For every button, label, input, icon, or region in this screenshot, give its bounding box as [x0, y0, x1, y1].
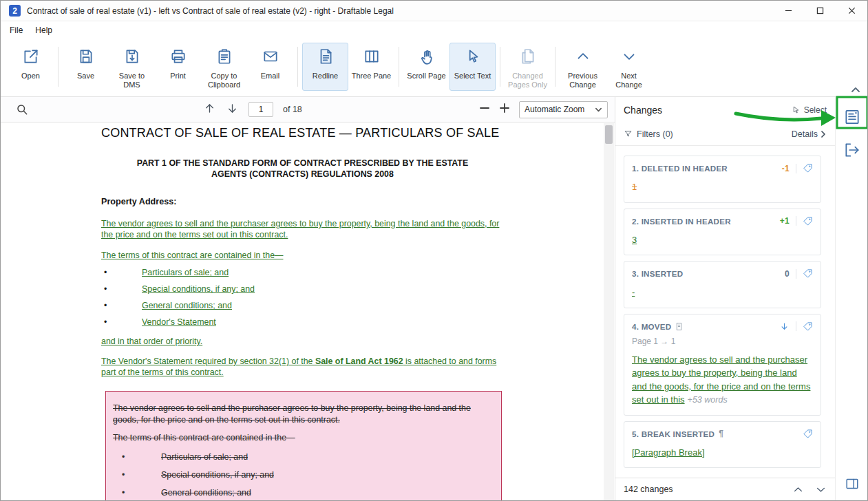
save-button[interactable]: Save: [63, 43, 109, 91]
change-card-break-inserted[interactable]: 5. BREAK INSERTED ¶ [Paragraph Break]: [624, 421, 821, 469]
menu-bar: File Help: [1, 21, 867, 39]
search-button[interactable]: [13, 100, 31, 118]
cursor-pointer-icon: [464, 47, 482, 68]
menu-file[interactable]: File: [3, 23, 29, 38]
change-card-deleted-in-header[interactable]: 1. DELETED IN HEADER -1 1: [624, 156, 821, 203]
save-to-dms-button[interactable]: Save to DMS: [109, 43, 155, 93]
scroll-page-label: Scroll Page: [407, 72, 445, 81]
deleted-text-preview: 1: [632, 182, 637, 192]
list-item: General conditions; and: [101, 301, 504, 310]
previous-page-button[interactable]: [203, 102, 216, 118]
open-button[interactable]: Open: [8, 43, 54, 91]
chevron-up-icon: [792, 484, 804, 495]
side-panel-icon: [845, 476, 860, 491]
tag-button[interactable]: [803, 216, 813, 226]
document-scrollbar[interactable]: [604, 123, 614, 500]
close-button[interactable]: [836, 1, 867, 21]
toolbar-divider: [399, 47, 399, 87]
zoom-in-button[interactable]: [499, 103, 510, 116]
minus-icon: [479, 103, 490, 114]
document-subtitle: PART 1 OF THE STANDARD FORM OF CONTRACT …: [101, 158, 504, 180]
page-navigation: of 18: [203, 102, 302, 118]
scrollbar-thumb[interactable]: [605, 125, 613, 144]
redline-icon: [317, 47, 335, 68]
three-pane-label: Three Pane: [352, 72, 391, 81]
tag-icon: [803, 429, 813, 439]
change-count-badge: -1: [782, 164, 790, 173]
redline-button[interactable]: Redline: [302, 43, 348, 91]
page-count-label: of 18: [283, 105, 302, 114]
search-icon: [15, 103, 29, 116]
collapse-toolbar-button[interactable]: [848, 84, 863, 95]
change-card-moved[interactable]: 4. MOVED Page 1 → 1 The vendor agrees to…: [624, 314, 821, 416]
right-icon-strip: [835, 97, 868, 500]
next-change-footer-button[interactable]: [815, 484, 827, 495]
next-page-button[interactable]: [226, 102, 239, 118]
viewer-toolbar: of 18 Automatic Zoom: [1, 97, 615, 122]
document-title: CONTRACT OF SALE OF REAL ESTATE — PARTIC…: [101, 125, 504, 141]
copy-to-clipboard-label: Copy to Clipboard: [203, 72, 245, 89]
toolbar-divider: [500, 47, 500, 87]
zoom-out-button[interactable]: [479, 103, 490, 116]
go-to-destination-button[interactable]: [779, 321, 790, 332]
select-changes-label: Select: [804, 105, 827, 115]
print-icon: [169, 47, 187, 68]
filters-button[interactable]: Filters (0): [624, 129, 673, 139]
select-text-button[interactable]: Select Text: [449, 43, 496, 91]
toolbar-divider: [58, 47, 59, 87]
export-changes-button[interactable]: [836, 136, 868, 164]
minimize-button[interactable]: [772, 1, 804, 21]
change-card-header: 5. BREAK INSERTED: [632, 429, 714, 438]
change-card-inserted[interactable]: 3. INSERTED 0 -: [624, 261, 821, 308]
list-item: General conditions; and: [113, 488, 494, 498]
chevron-right-icon: [820, 131, 827, 138]
change-card-header: 1. DELETED IN HEADER: [632, 164, 728, 173]
tag-icon: [803, 163, 813, 173]
change-card-inserted-in-header[interactable]: 2. INSERTED IN HEADER +1 3: [624, 209, 821, 256]
document-viewer[interactable]: CONTRACT OF SALE OF REAL ESTATE — PARTIC…: [1, 123, 604, 500]
inserted-text-preview: [Paragraph Break]: [632, 447, 705, 458]
inserted-text-preview: -: [632, 287, 635, 297]
toggle-panel-button[interactable]: [836, 470, 868, 498]
email-button[interactable]: Email: [247, 43, 293, 91]
tag-icon: [803, 216, 813, 226]
header-divider: [796, 216, 796, 226]
inserted-paragraph: The terms of this contract are contained…: [101, 250, 504, 262]
changes-panel: Changes Select Filters (0) Details 1. DE…: [615, 97, 835, 500]
plus-icon: [499, 103, 510, 114]
filters-label: Filters (0): [637, 129, 673, 139]
tag-button[interactable]: [803, 163, 813, 173]
details-button[interactable]: Details: [792, 129, 827, 139]
cursor-pointer-icon: [792, 105, 801, 114]
tag-button[interactable]: [803, 321, 813, 332]
zoom-controls: Automatic Zoom: [479, 101, 608, 118]
scroll-page-button[interactable]: Scroll Page: [403, 43, 449, 91]
previous-change-button[interactable]: Previous Change: [560, 43, 606, 93]
tag-icon: [803, 268, 813, 279]
email-label: Email: [261, 72, 280, 81]
maximize-button[interactable]: [804, 1, 836, 21]
inserted-text-preview: 3: [632, 235, 637, 245]
change-count-badge: +1: [780, 216, 790, 226]
change-count-badge: 0: [785, 269, 790, 279]
chevron-down-icon: [815, 484, 827, 495]
comparison-summary-button[interactable]: [836, 103, 868, 131]
menu-help[interactable]: Help: [29, 23, 59, 38]
tag-button[interactable]: [803, 429, 813, 439]
chevron-down-icon: [620, 47, 638, 68]
print-button[interactable]: Print: [155, 43, 201, 91]
changed-pages-only-label: Changed Pages Only: [507, 72, 549, 89]
select-changes-button[interactable]: Select: [792, 105, 827, 115]
zoom-level-select[interactable]: Automatic Zoom: [519, 101, 608, 118]
window-controls: [772, 1, 867, 21]
next-change-button[interactable]: Next Change: [606, 43, 652, 93]
copy-to-clipboard-button[interactable]: Copy to Clipboard: [201, 43, 247, 93]
three-pane-button[interactable]: Three Pane: [348, 43, 394, 91]
deleted-paragraph: The vendor agrees to sell and the purcha…: [113, 403, 494, 427]
previous-change-footer-button[interactable]: [792, 484, 804, 495]
changes-title: Changes: [624, 105, 662, 116]
page-number-input[interactable]: [248, 102, 273, 117]
deleted-paragraph: The terms of this contract are contained…: [113, 432, 494, 444]
tag-button[interactable]: [803, 268, 813, 279]
list-item: Vendor's Statement: [101, 317, 504, 327]
